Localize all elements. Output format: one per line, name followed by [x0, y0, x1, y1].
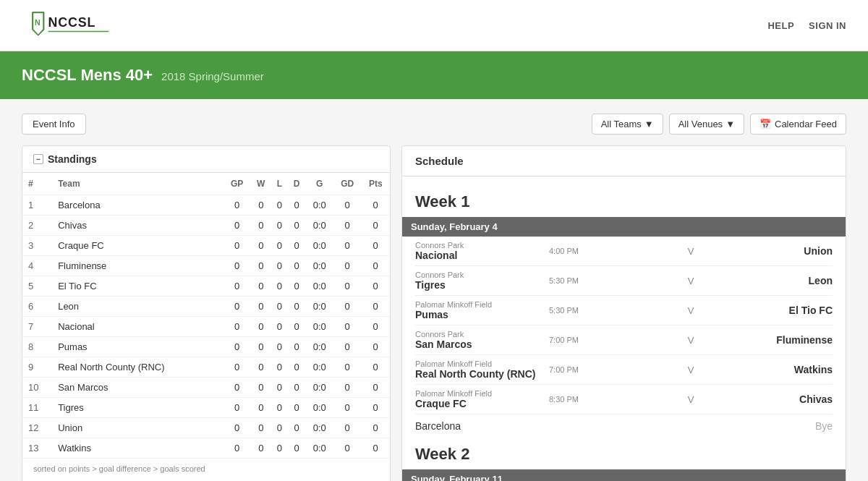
game-vs: V [688, 335, 694, 346]
w-cell: 0 [250, 256, 271, 276]
rank-cell: 2 [22, 216, 51, 236]
d-cell: 0 [288, 357, 306, 378]
rank-cell: 11 [22, 398, 51, 418]
game-vs: V [688, 365, 694, 375]
team-cell: El Tio FC [51, 276, 224, 297]
game-away-team: Leon [697, 275, 833, 286]
bye-label: Bye [815, 420, 833, 432]
game-home-team: Pumas [415, 309, 545, 320]
event-info-button[interactable]: Event Info [22, 114, 86, 135]
pts-cell: 0 [361, 256, 390, 276]
all-venues-button[interactable]: All Venues ▼ [669, 114, 744, 135]
g-cell: 0:0 [305, 418, 333, 438]
game-venue: Connors Park [415, 241, 545, 250]
table-row: 1 Barcelona 0 0 0 0 0:0 0 0 [22, 195, 390, 216]
calendar-icon: 📅 [760, 119, 771, 129]
pts-cell: 0 [361, 195, 390, 216]
table-row: 2 Chivas 0 0 0 0 0:0 0 0 [22, 216, 390, 236]
col-pts: Pts [361, 173, 390, 195]
standings-panel: − Standings # Team GP W L D G GD Pts [22, 145, 391, 481]
filter-bar: All Teams ▼ All Venues ▼ 📅 Calendar Feed [592, 114, 846, 135]
week-title: Week 1 [415, 192, 833, 211]
table-row: 7 Nacional 0 0 0 0 0:0 0 0 [22, 317, 390, 337]
game-vs: V [688, 394, 694, 405]
team-cell: Union [51, 418, 224, 438]
gp-cell: 0 [224, 438, 251, 459]
gd-cell: 0 [333, 195, 361, 216]
gp-cell: 0 [224, 297, 251, 317]
standings-title: Standings [48, 153, 97, 165]
table-row: 9 Real North County (RNC) 0 0 0 0 0:0 0 … [22, 357, 390, 378]
d-cell: 0 [288, 297, 306, 317]
calendar-feed-button[interactable]: 📅 Calendar Feed [750, 114, 846, 135]
gd-cell: 0 [333, 236, 361, 256]
gp-cell: 0 [224, 236, 251, 256]
pts-cell: 0 [361, 317, 390, 337]
gd-cell: 0 [333, 297, 361, 317]
team-cell: Pumas [51, 337, 224, 357]
collapse-icon[interactable]: − [33, 154, 43, 164]
table-row: 13 Watkins 0 0 0 0 0:0 0 0 [22, 438, 390, 459]
game-vs: V [688, 305, 694, 316]
pts-cell: 0 [361, 378, 390, 398]
col-w: W [250, 173, 271, 195]
l-cell: 0 [271, 337, 288, 357]
g-cell: 0:0 [305, 357, 333, 378]
banner-subtitle: 2018 Spring/Summer [161, 70, 264, 82]
banner: NCCSL Mens 40+ 2018 Spring/Summer [0, 51, 868, 99]
week-title: Week 2 [415, 445, 833, 464]
help-link[interactable]: HELP [767, 20, 794, 31]
d-cell: 0 [288, 236, 306, 256]
gp-cell: 0 [224, 357, 251, 378]
l-cell: 0 [271, 438, 288, 459]
all-teams-button[interactable]: All Teams ▼ [592, 114, 663, 135]
table-row: 3 Craque FC 0 0 0 0 0:0 0 0 [22, 236, 390, 256]
team-cell: Craque FC [51, 236, 224, 256]
svg-text:N: N [35, 18, 41, 27]
game-row: Palomar Minkoff Field Real North County … [415, 355, 833, 385]
d-cell: 0 [288, 418, 306, 438]
rank-cell: 12 [22, 418, 51, 438]
schedule-title: Schedule [402, 146, 846, 176]
l-cell: 0 [271, 297, 288, 317]
game-home-team: Tigres [415, 279, 545, 291]
day-header: Sunday, February 4 [402, 217, 846, 237]
team-cell: Real North County (RNC) [51, 357, 224, 378]
sign-in-link[interactable]: SIGN IN [809, 20, 846, 31]
g-cell: 0:0 [305, 317, 333, 337]
game-venue: Palomar Minkoff Field [415, 389, 545, 398]
game-away-team: Union [697, 245, 833, 257]
table-row: 4 Fluminense 0 0 0 0 0:0 0 0 [22, 256, 390, 276]
d-cell: 0 [288, 438, 306, 459]
gp-cell: 0 [224, 276, 251, 297]
game-time: 4:00 PM [549, 247, 684, 255]
game-row: Palomar Minkoff Field Pumas 5:30 PM V El… [415, 296, 833, 325]
game-vs: V [688, 246, 694, 257]
rank-cell: 3 [22, 236, 51, 256]
logo[interactable]: N NCCSL [22, 7, 116, 43]
day-header: Sunday, February 11 [402, 469, 846, 481]
rank-cell: 5 [22, 276, 51, 297]
bye-row: Barcelona Bye [415, 414, 833, 438]
w-cell: 0 [250, 337, 271, 357]
g-cell: 0:0 [305, 337, 333, 357]
g-cell: 0:0 [305, 398, 333, 418]
l-cell: 0 [271, 317, 288, 337]
standings-table: # Team GP W L D G GD Pts 1 Barcelona 0 0… [22, 173, 390, 459]
game-away-team: Fluminense [697, 334, 833, 346]
nav-links: HELP SIGN IN [767, 20, 846, 31]
gp-cell: 0 [224, 216, 251, 236]
game-home-team: Craque FC [415, 398, 545, 409]
d-cell: 0 [288, 195, 306, 216]
w-cell: 0 [250, 418, 271, 438]
rank-cell: 7 [22, 317, 51, 337]
game-time: 8:30 PM [549, 395, 684, 404]
w-cell: 0 [250, 276, 271, 297]
gp-cell: 0 [224, 317, 251, 337]
w-cell: 0 [250, 378, 271, 398]
rank-cell: 13 [22, 438, 51, 459]
game-time: 7:00 PM [549, 365, 684, 374]
rank-cell: 4 [22, 256, 51, 276]
team-cell: Tigres [51, 398, 224, 418]
l-cell: 0 [271, 378, 288, 398]
